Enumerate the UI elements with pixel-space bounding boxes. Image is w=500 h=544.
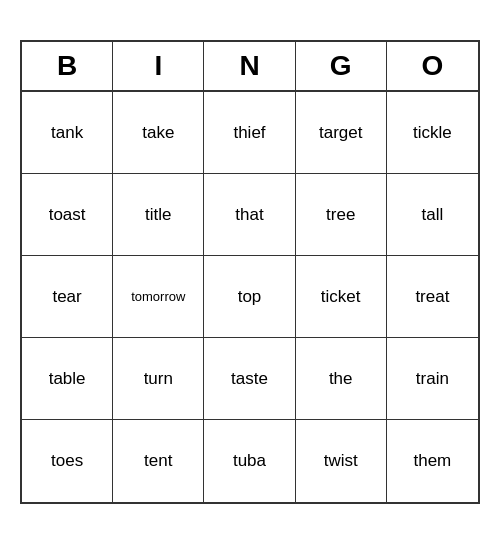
grid-cell[interactable]: tent (113, 420, 204, 502)
grid-cell[interactable]: turn (113, 338, 204, 420)
grid-cell[interactable]: toast (22, 174, 113, 256)
grid-cell[interactable]: table (22, 338, 113, 420)
grid-cell[interactable]: top (204, 256, 295, 338)
grid-cell[interactable]: tickle (387, 92, 478, 174)
grid-cell[interactable]: title (113, 174, 204, 256)
grid-cell[interactable]: tall (387, 174, 478, 256)
bingo-header: B I N G O (22, 42, 478, 92)
grid-cell[interactable]: treat (387, 256, 478, 338)
header-i: I (113, 42, 204, 90)
header-o: O (387, 42, 478, 90)
grid-cell[interactable]: them (387, 420, 478, 502)
grid-cell[interactable]: taste (204, 338, 295, 420)
grid-cell[interactable]: tear (22, 256, 113, 338)
header-b: B (22, 42, 113, 90)
grid-cell[interactable]: ticket (296, 256, 387, 338)
header-g: G (296, 42, 387, 90)
grid-cell[interactable]: thief (204, 92, 295, 174)
grid-cell[interactable]: tank (22, 92, 113, 174)
grid-cell[interactable]: target (296, 92, 387, 174)
grid-cell[interactable]: take (113, 92, 204, 174)
grid-cell[interactable]: that (204, 174, 295, 256)
grid-cell[interactable]: tomorrow (113, 256, 204, 338)
grid-cell[interactable]: tree (296, 174, 387, 256)
grid-cell[interactable]: the (296, 338, 387, 420)
bingo-grid: tanktakethieftargettickletoasttitlethatt… (22, 92, 478, 502)
grid-cell[interactable]: tuba (204, 420, 295, 502)
header-n: N (204, 42, 295, 90)
grid-cell[interactable]: train (387, 338, 478, 420)
bingo-card: B I N G O tanktakethieftargettickletoast… (20, 40, 480, 504)
grid-cell[interactable]: twist (296, 420, 387, 502)
grid-cell[interactable]: toes (22, 420, 113, 502)
